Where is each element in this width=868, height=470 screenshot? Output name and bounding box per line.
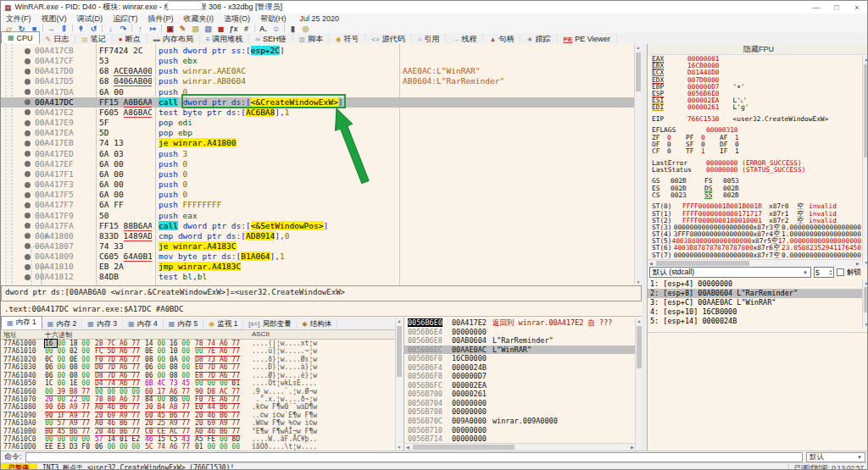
breakpoint-dot[interactable] bbox=[25, 141, 31, 147]
breakpoint-dot[interactable] bbox=[25, 233, 31, 239]
arguments-vscrollbar[interactable]: ▲ ▼ bbox=[862, 279, 868, 328]
breakpoint-dot[interactable] bbox=[25, 243, 31, 249]
registers-panel[interactable]: EAX00000001EBX16CB0000ECXD81448D0EDX007D… bbox=[652, 56, 861, 259]
attach-button[interactable]: ☺ bbox=[270, 25, 282, 33]
breakpoint-dot[interactable] bbox=[25, 79, 31, 85]
argument-row[interactable]: 1: [esp+4] 00000000 bbox=[648, 279, 863, 289]
disasm-row[interactable]: 00A417F76A FFpush FFFFFFFF bbox=[1, 200, 634, 210]
disasm-row[interactable]: 00A417E2F605 A86BAC00test byte ptr ds:[A… bbox=[1, 108, 634, 118]
int3-breakpoint-button[interactable]: ▣ bbox=[164, 25, 176, 33]
stack-row[interactable]: 0056B6E000A417E2返回到 winrar.00A417E2 自 ??… bbox=[404, 318, 636, 328]
stack-row[interactable]: 0056B70400000000 bbox=[404, 399, 636, 408]
menu-item[interactable]: 帮助(H) bbox=[255, 14, 292, 25]
breakpoint-dot[interactable] bbox=[25, 109, 31, 115]
disasm-row[interactable]: 00A417F56A 00push 0 bbox=[1, 190, 634, 200]
tab-notes[interactable]: ▤笔记 bbox=[75, 34, 113, 44]
tab-threads[interactable]: →线程 bbox=[446, 34, 483, 44]
disasm-row[interactable]: 00A417ED6A 03push 3 bbox=[1, 149, 634, 159]
command-profile-select[interactable]: 默认 ▼ bbox=[806, 452, 865, 462]
stack-row[interactable]: 0056B6FC000002EA bbox=[404, 381, 636, 390]
menu-item[interactable]: 追踪(T) bbox=[108, 14, 143, 25]
breakpoint-dot[interactable] bbox=[25, 171, 31, 177]
menu-item[interactable]: 调试(D) bbox=[72, 14, 108, 25]
breakpoint-dot[interactable] bbox=[25, 254, 31, 260]
case-sensitive-button[interactable]: A. bbox=[257, 25, 270, 33]
disasm-row[interactable]: 00A417EB74 13je winrar.A41800 bbox=[1, 138, 634, 148]
memory-map-tool-button[interactable]: ▮ bbox=[287, 25, 299, 33]
registers-header[interactable]: 隐藏FPU bbox=[648, 44, 868, 55]
menu-item[interactable]: 选项(O) bbox=[219, 14, 255, 25]
breakpoint-dot[interactable] bbox=[25, 151, 31, 157]
dump-row[interactable]: 77A6107020 00 22 0078 80 A6 7784 00 86 0… bbox=[1, 395, 395, 403]
dump-row[interactable]: 77A6106000 39 B8 7700 00 00 0060 17 A6 7… bbox=[1, 388, 395, 395]
breakpoint-dot[interactable] bbox=[25, 69, 31, 75]
unlock-checkbox[interactable] bbox=[837, 268, 844, 276]
breakpoint-dot[interactable] bbox=[25, 99, 31, 105]
memory-dump-panel[interactable]: 77A6100016 00 18 0028 7C A6 7714 00 16 0… bbox=[1, 340, 395, 451]
fill-nops-button[interactable]: ▧ bbox=[202, 25, 214, 33]
tab-references[interactable]: ○引用 bbox=[412, 34, 447, 44]
disasm-row[interactable]: 00A417CBFF7424 2Cpush dword ptr ss:[esp+… bbox=[1, 46, 634, 56]
menu-item[interactable]: 插件(P) bbox=[143, 14, 179, 25]
skip-instruction-button[interactable]: ↦ bbox=[147, 25, 159, 33]
animate-into-button[interactable]: ↺ bbox=[87, 25, 100, 33]
breakpoint-dot[interactable] bbox=[25, 48, 31, 54]
argument-row[interactable]: 5: [esp+14] 0000024B bbox=[648, 317, 863, 326]
menu-item[interactable]: 文件(F) bbox=[1, 14, 36, 25]
breakpoint-dot[interactable] bbox=[25, 89, 31, 95]
stack-row[interactable]: 0056B6EC00AAE0ACL"WinRAR" bbox=[404, 346, 636, 355]
stack-row[interactable]: 0056B6F40000024B bbox=[404, 363, 636, 373]
disasm-row[interactable]: 00A417CF53push ebx bbox=[1, 56, 634, 66]
menu-item[interactable]: 收藏夹(I) bbox=[179, 14, 220, 25]
dump-row[interactable]: 77A6101000 00 02 00FC 5D A6 770E 00 10 0… bbox=[1, 347, 395, 355]
maximize-button[interactable]: □ bbox=[826, 3, 847, 12]
disasm-row[interactable]: 00A417EA5Dpop ebp bbox=[1, 128, 634, 138]
argument-row[interactable]: 2: [esp+8] 00AB0604 L"RarReminder" bbox=[648, 289, 863, 298]
tab-breakpoints[interactable]: ●断点 bbox=[113, 34, 147, 44]
command-input[interactable] bbox=[25, 452, 803, 462]
argument-row[interactable]: 4: [esp+10] 16CB0000 bbox=[648, 307, 863, 317]
hints-button[interactable]: ◎ bbox=[299, 25, 312, 33]
breakpoint-dot[interactable] bbox=[25, 213, 31, 218]
tab-cpu[interactable]: ▦CPU bbox=[1, 31, 40, 44]
close-button[interactable]: × bbox=[847, 3, 867, 12]
arguments-panel[interactable]: 1: [esp+4] 000000002: [esp+8] 00AB0604 L… bbox=[648, 279, 863, 328]
fx-button[interactable]: ƒx bbox=[227, 25, 240, 33]
disasm-vscrollbar[interactable]: ▲ ▼ bbox=[634, 44, 642, 285]
breakpoint-dot[interactable] bbox=[25, 274, 31, 280]
disasm-row[interactable]: 00A417DCFF15 A0B6AA00call dword ptr ds:[… bbox=[1, 97, 634, 108]
dump-row[interactable]: 77A6100016 00 18 0028 7C A6 7714 00 16 0… bbox=[1, 340, 395, 347]
tab-symbols[interactable]: ◆符号 bbox=[330, 34, 365, 44]
tab-locals[interactable]: [x=]局部变量 bbox=[243, 318, 297, 329]
argument-count-stepper[interactable]: 5 ▲▼ bbox=[814, 267, 834, 278]
step-over-button[interactable]: ↷ bbox=[117, 25, 130, 33]
registers-vscrollbar[interactable]: ▲ ▼ bbox=[862, 56, 868, 266]
tab-script[interactable]: ▥脚本 bbox=[293, 34, 331, 44]
stack-row[interactable]: 0056B71000000000 bbox=[404, 426, 636, 435]
menu-item[interactable]: 视图(V) bbox=[36, 14, 72, 25]
dump-row[interactable]: 77A610B0B0 45 B6 7720 46 B6 77C0 CE AC 7… bbox=[1, 428, 395, 435]
breakpoint-dot[interactable] bbox=[25, 161, 31, 167]
patches-button[interactable]: ▤ bbox=[189, 25, 202, 33]
dump-row[interactable]: 77A610501C 00 1E 00D4 74 A6 776B 4C 73 4… bbox=[1, 379, 395, 387]
breakpoint-dot[interactable] bbox=[25, 58, 31, 64]
disasm-row[interactable]: 00A41809C605 64A0B100mov byte ptr ds:[B1… bbox=[1, 252, 634, 262]
disasm-row[interactable]: 00A417EF6A 00push 0 bbox=[1, 159, 634, 169]
run-to-user-code-button[interactable]: ↟ bbox=[75, 25, 87, 33]
disasm-row[interactable]: 00A41800833D 1489AD00cmp dword ptr ds:[A… bbox=[1, 231, 634, 241]
tab-trace[interactable]: ★跟踪 bbox=[520, 34, 557, 44]
disasm-row[interactable]: 00A417D568 0406AB00push winrar.AB0604AB0… bbox=[1, 76, 634, 86]
disasm-row[interactable]: 00A417FAFF15 88B6AA00call dword ptr ds:[… bbox=[1, 221, 634, 231]
stack-row[interactable]: 0056B6F8000000D7 bbox=[404, 372, 636, 381]
breakpoint-dot[interactable] bbox=[25, 202, 31, 208]
tab-dump-1[interactable]: ▦内存 1 bbox=[1, 316, 42, 329]
tab-memory-map[interactable]: ▬内存布局 bbox=[147, 34, 200, 44]
calling-convention-select[interactable]: 默认 (stdcall) ▼ bbox=[649, 267, 811, 278]
disasm-row[interactable]: 00A417F950push eax bbox=[1, 211, 634, 221]
stack-row[interactable]: 0056B6E800AB0604L"RarReminder" bbox=[404, 336, 636, 346]
dump-row[interactable]: 77A610C000 00 00 0057 14 01 E246 15 C5 4… bbox=[1, 435, 395, 443]
tab-handles[interactable]: ▲句柄 bbox=[483, 34, 520, 44]
disasm-row[interactable]: 00A417E95Fpop edi bbox=[1, 118, 634, 128]
stack-row[interactable]: 0056B6E400000000 bbox=[404, 328, 636, 337]
dump-row[interactable]: 77A6104006 00 08 00D8 7D A6 7706 00 08 0… bbox=[1, 372, 395, 379]
